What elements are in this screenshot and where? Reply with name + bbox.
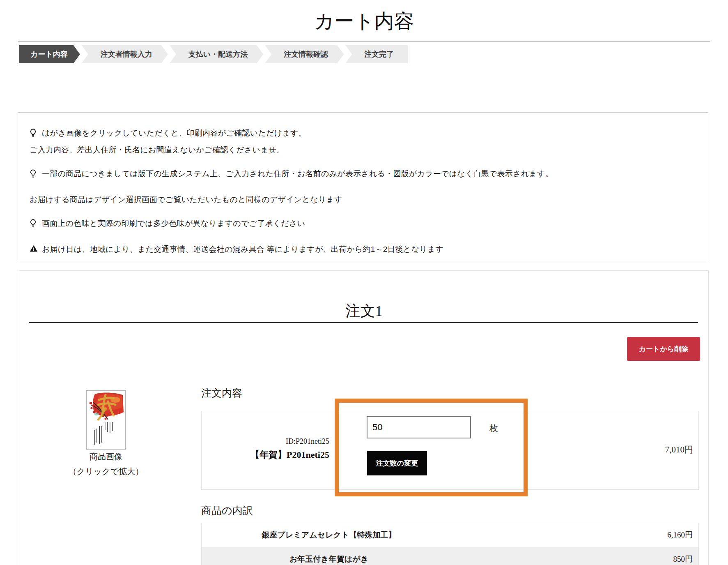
title-divider (18, 41, 710, 42)
lightbulb-icon (30, 127, 42, 141)
order-price: 7,010円 (632, 444, 693, 455)
notice-line: ご入力内容、差出人住所・氏名にお間違えないかご確認くださいませ。 (30, 144, 696, 155)
order-title-divider (29, 322, 698, 323)
thumbnail-caption-note: （クリックで拡大） (55, 466, 156, 477)
page-title: カート内容 (0, 8, 728, 35)
lightbulb-icon (30, 218, 42, 231)
notice-text: ご入力内容、差出人住所・氏名にお間違えないかご確認くださいませ。 (30, 144, 285, 155)
notice-line: お届け日は、地域により、また交通事情、運送会社の混み具合 等によりますが、出荷か… (30, 244, 696, 256)
notice-text: お届け日は、地域により、また交通事情、運送会社の混み具合 等によりますが、出荷か… (42, 244, 443, 255)
thumbnail-caption: 商品画像 (55, 451, 156, 462)
breakdown-item-label: 銀座プレミアムセレクト【特殊加工】 (202, 530, 456, 540)
notice-text: お届けする商品はデザイン選択画面でご覧いただいたものと同様のデザインとなります (30, 194, 342, 205)
step-order-complete: 注文完了 (345, 45, 408, 63)
notice-text: はがき画像をクリックしていただくと、印刷内容がご確認いただけます。 (42, 127, 306, 138)
lightbulb-icon (30, 168, 42, 181)
step-payment-shipping: 支払い・配送方法 (170, 45, 263, 63)
breakdown-heading: 商品の内訳 (201, 504, 253, 517)
step-customer-info: 注文者情報入力 (82, 45, 168, 63)
breakdown-item-price: 850円 (456, 554, 698, 565)
order-title: 注文1 (0, 301, 728, 321)
product-name: 【年賀】P201neti25 (181, 449, 329, 461)
table-row: 銀座プレミアムセレクト【特殊加工】 6,160円 (202, 523, 698, 547)
product-id: ID:P201neti25 (205, 437, 329, 446)
quantity-input[interactable] (367, 416, 471, 438)
notice-text: 画面上の色味と実際の印刷では多少色味が異なりますのでご了承ください (42, 218, 305, 229)
step-order-confirm: 注文情報確認 (265, 45, 344, 63)
notice-line: 一部の商品につきましては版下の生成システム上、ご入力された住所・お名前のみが表示… (30, 168, 696, 181)
table-row: お年玉付き年賀はがき 850円 (202, 547, 698, 565)
breakdown-table: 銀座プレミアムセレクト【特殊加工】 6,160円 お年玉付き年賀はがき 850円 (201, 523, 699, 565)
order-contents-heading: 注文内容 (201, 386, 242, 400)
step-cart: カート内容 (19, 45, 80, 63)
notice-line: お届けする商品はデザイン選択画面でご覧いただいたものと同様のデザインとなります (30, 194, 696, 205)
checkout-steps: カート内容 注文者情報入力 支払い・配送方法 注文情報確認 注文完了 (19, 45, 409, 63)
warning-icon (30, 244, 42, 256)
breakdown-item-label: お年玉付き年賀はがき (202, 554, 456, 565)
notice-line: はがき画像をクリックしていただくと、印刷内容がご確認いただけます。 (30, 127, 696, 141)
newyear-card-art (87, 391, 125, 449)
delete-from-cart-button[interactable]: カートから削除 (627, 337, 700, 361)
breakdown-item-price: 6,160円 (456, 530, 698, 540)
change-quantity-button[interactable]: 注文数の変更 (367, 451, 427, 475)
notice-text: 一部の商品につきましては版下の生成システム上、ご入力された住所・お名前のみが表示… (42, 168, 553, 179)
quantity-unit-label: 枚 (489, 422, 498, 434)
notice-line: 画面上の色味と実際の印刷では多少色味が異なりますのでご了承ください (30, 218, 696, 231)
product-image-thumbnail[interactable] (86, 390, 126, 450)
notice-box: はがき画像をクリックしていただくと、印刷内容がご確認いただけます。 ご入力内容、… (18, 112, 708, 260)
